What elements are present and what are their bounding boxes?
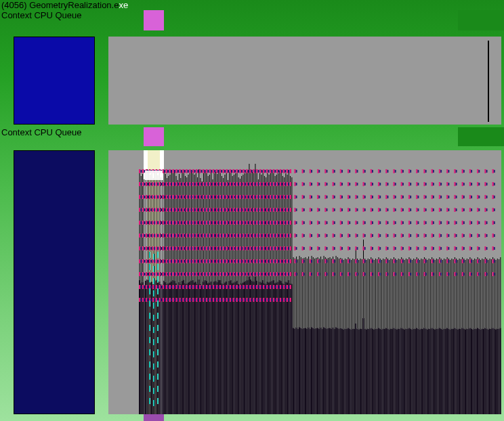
svg-rect-1930 — [454, 169, 455, 173]
svg-rect-528 — [161, 298, 162, 301]
svg-rect-652 — [271, 286, 272, 288]
svg-rect-1962 — [494, 170, 495, 173]
svg-rect-933 — [387, 260, 388, 263]
svg-rect-793 — [425, 273, 427, 275]
svg-rect-1837 — [203, 169, 204, 173]
svg-rect-698 — [273, 272, 274, 276]
svg-rect-111 — [223, 178, 224, 284]
svg-rect-1144 — [157, 234, 159, 237]
svg-rect-1078 — [387, 247, 388, 250]
svg-rect-396 — [440, 329, 442, 415]
svg-rect-1310 — [228, 221, 229, 224]
svg-rect-1693 — [206, 182, 207, 186]
svg-rect-1950 — [402, 170, 404, 173]
time-marker-2[interactable] — [144, 127, 164, 146]
svg-rect-936 — [410, 260, 411, 263]
svg-rect-685 — [230, 272, 231, 276]
track-timeline-2[interactable] — [108, 150, 501, 414]
svg-rect-618 — [157, 286, 159, 288]
svg-rect-736 — [248, 273, 249, 275]
svg-rect-973 — [223, 246, 224, 250]
svg-rect-93 — [209, 175, 210, 282]
svg-rect-662 — [152, 272, 154, 276]
svg-rect-1548 — [206, 195, 207, 199]
svg-rect-440 — [474, 329, 476, 415]
svg-rect-1356 — [296, 221, 297, 224]
svg-rect-509 — [249, 298, 251, 302]
svg-rect-1776 — [385, 182, 387, 186]
svg-rect-1075 — [364, 247, 366, 250]
svg-rect-1859 — [276, 169, 278, 173]
track-thumbnail-2[interactable] — [14, 150, 95, 414]
svg-rect-1842 — [219, 169, 221, 173]
svg-rect-923 — [311, 260, 312, 263]
svg-rect-771 — [462, 272, 463, 276]
svg-rect-1763 — [288, 183, 289, 185]
track-timeline-1[interactable] — [108, 37, 501, 125]
svg-rect-1107 — [186, 234, 187, 238]
svg-rect-474 — [500, 328, 501, 414]
svg-rect-727 — [217, 273, 219, 275]
svg-rect-204 — [294, 329, 295, 415]
svg-rect-1492 — [432, 208, 433, 212]
svg-rect-1068 — [311, 247, 312, 250]
svg-rect-1613 — [271, 196, 272, 198]
track-thumbnail-1[interactable] — [14, 37, 95, 125]
svg-rect-423 — [461, 259, 461, 329]
svg-rect-1732 — [184, 183, 186, 185]
svg-rect-202 — [293, 328, 294, 414]
svg-rect-85 — [203, 173, 204, 282]
svg-rect-617 — [154, 286, 155, 288]
svg-rect-688 — [239, 272, 240, 276]
svg-rect-1778 — [401, 182, 402, 186]
svg-rect-673 — [189, 272, 190, 276]
svg-rect-1589 — [191, 196, 192, 198]
svg-rect-1921 — [385, 169, 387, 173]
svg-rect-279 — [351, 260, 352, 330]
svg-rect-790 — [402, 273, 404, 275]
svg-rect-901 — [348, 259, 349, 263]
svg-rect-346 — [402, 329, 404, 415]
svg-rect-1131 — [266, 234, 268, 238]
svg-rect-1270 — [246, 221, 247, 225]
svg-rect-55 — [180, 178, 181, 284]
svg-rect-422 — [460, 329, 461, 414]
svg-rect-1155 — [194, 234, 196, 237]
cpu-queue-row-1[interactable]: Context CPU Queue — [0, 10, 504, 30]
svg-rect-1692 — [203, 182, 204, 186]
time-marker-1[interactable] — [144, 10, 164, 30]
svg-rect-1231 — [448, 234, 449, 237]
svg-rect-770 — [454, 272, 455, 276]
svg-rect-1765 — [302, 182, 303, 186]
svg-rect-419 — [457, 260, 458, 330]
svg-rect-530 — [167, 298, 169, 301]
svg-rect-21 — [154, 172, 155, 281]
time-marker-bottom[interactable] — [144, 414, 164, 421]
svg-rect-1148 — [171, 234, 172, 237]
svg-rect-1809 — [433, 183, 434, 185]
svg-rect-799 — [471, 273, 472, 275]
svg-rect-1742 — [217, 183, 219, 185]
svg-rect-386 — [433, 329, 434, 415]
svg-rect-884 — [258, 260, 259, 263]
svg-rect-1400 — [196, 208, 197, 212]
svg-rect-1198 — [401, 234, 402, 238]
svg-rect-1686 — [182, 182, 184, 186]
svg-rect-853 — [154, 260, 155, 263]
svg-rect-664 — [159, 272, 161, 276]
svg-rect-1343 — [401, 221, 402, 225]
svg-rect-1122 — [236, 234, 237, 238]
svg-rect-327 — [387, 259, 388, 329]
svg-rect-177 — [273, 171, 274, 280]
svg-rect-829 — [226, 259, 228, 263]
svg-rect-849 — [140, 260, 142, 263]
svg-rect-1189 — [332, 234, 333, 238]
svg-rect-663 — [156, 272, 157, 276]
svg-rect-95 — [211, 173, 211, 282]
svg-rect-818 — [189, 259, 190, 263]
svg-rect-610 — [283, 285, 285, 289]
svg-rect-1177 — [268, 234, 269, 237]
cpu-queue-row-2[interactable]: Context CPU Queue — [0, 127, 504, 146]
svg-rect-1205 — [454, 234, 455, 238]
svg-rect-719 — [191, 273, 192, 275]
